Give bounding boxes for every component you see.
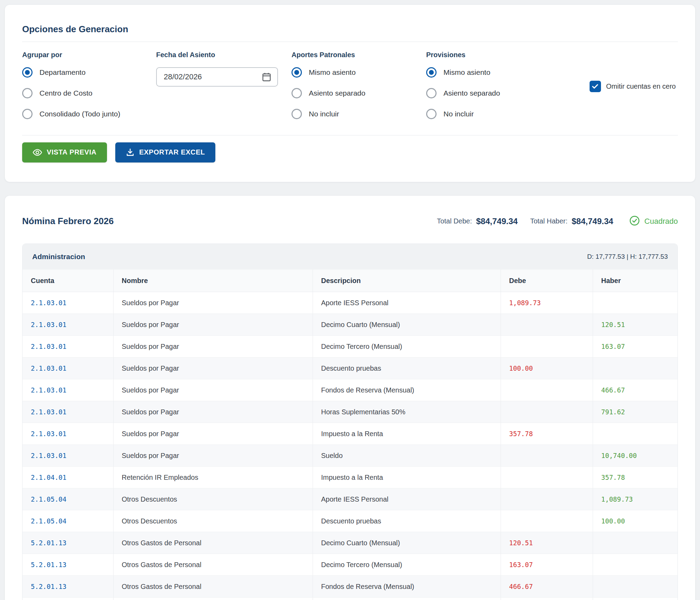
column-header-cuenta: Cuenta <box>23 270 113 292</box>
journal-head: Nómina Febrero 2026 Total Debe: $84,749.… <box>22 215 678 228</box>
title-divider <box>22 42 678 42</box>
table-row: 2.1.04.01 Retención IR Empleados Impuest… <box>23 467 677 488</box>
cell-nombre: Sueldos por Pagar <box>113 423 313 445</box>
calendar-icon[interactable] <box>261 72 272 82</box>
table-row: 5.2.01.13 Otros Gastos de Personal Decim… <box>23 532 677 554</box>
total-debe-value: $84,749.34 <box>476 217 518 226</box>
cell-nombre: Sueldos por Pagar <box>113 292 313 314</box>
total-haber-value: $84,749.34 <box>572 217 613 226</box>
balanced-badge: Cuadrado <box>629 215 678 228</box>
cell-nombre: Otros Gastos de Personal <box>113 598 313 600</box>
cell-debe: 791.62 <box>501 598 593 600</box>
cell-haber: 10,740.00 <box>593 445 677 467</box>
cell-debe <box>501 379 593 401</box>
radio-option[interactable]: Departamento <box>22 67 156 78</box>
download-icon <box>126 148 135 157</box>
journal-totals: Total Debe: $84,749.34 Total Haber: $84,… <box>437 215 678 228</box>
radio-icon[interactable] <box>22 67 33 78</box>
cell-haber: 100.00 <box>593 510 677 532</box>
cell-nombre: Otros Gastos de Personal <box>113 554 313 576</box>
cell-debe: 1,089.73 <box>501 292 593 314</box>
actions-row: VISTA PREVIA EXPORTAR EXCEL <box>22 142 678 162</box>
radio-option[interactable]: Asiento separado <box>426 88 540 98</box>
group-by-label: Agrupar por <box>22 51 156 59</box>
cell-cuenta: 2.1.03.01 <box>23 292 113 314</box>
column-header-descripcion: Descripcion <box>313 270 501 292</box>
radio-icon[interactable] <box>426 109 437 119</box>
radio-option-label: Departamento <box>39 68 86 77</box>
group-name: Administracion <box>32 253 85 261</box>
department-group: Administracion D: 17,777.53 | H: 17,777.… <box>22 244 678 600</box>
cell-haber: 791.62 <box>593 401 677 423</box>
radio-option[interactable]: Asiento separado <box>291 88 426 98</box>
cell-debe <box>501 336 593 358</box>
fecha-asiento-value: 28/02/2026 <box>164 72 202 81</box>
radio-option-label: No incluir <box>309 110 339 118</box>
cell-cuenta: 2.1.03.01 <box>23 445 113 467</box>
fecha-asiento-input[interactable]: 28/02/2026 <box>156 67 278 87</box>
radio-option[interactable]: No incluir <box>426 109 540 119</box>
radio-option-label: No incluir <box>443 110 474 118</box>
column-header-nombre: Nombre <box>113 270 313 292</box>
group-totals: D: 17,777.53 | H: 17,777.53 <box>587 253 668 261</box>
cell-descripcion: Horas Suplementarias 50% <box>313 401 501 423</box>
cell-haber: 357.78 <box>593 467 677 488</box>
radio-option[interactable]: Mismo asiento <box>291 67 426 78</box>
cell-cuenta: 2.1.03.01 <box>23 379 113 401</box>
table-row: 2.1.03.01 Sueldos por Pagar Horas Suplem… <box>23 401 677 423</box>
aportes-patronales-field: Aportes Patronales Mismo asiento Asiento… <box>291 51 426 119</box>
provisiones-field: Provisiones Mismo asiento Asiento separa… <box>426 51 540 119</box>
radio-icon[interactable] <box>22 88 33 98</box>
radio-icon[interactable] <box>22 109 33 119</box>
cell-haber: 120.51 <box>593 314 677 336</box>
exportar-excel-button[interactable]: EXPORTAR EXCEL <box>115 142 215 162</box>
cell-nombre: Sueldos por Pagar <box>113 445 313 467</box>
radio-option-label: Asiento separado <box>309 89 365 97</box>
cell-cuenta: 2.1.03.01 <box>23 401 113 423</box>
total-haber-label: Total Haber: <box>530 217 567 225</box>
cell-haber <box>593 423 677 445</box>
cell-debe: 466.67 <box>501 576 593 598</box>
table-row: 2.1.03.01 Sueldos por Pagar Decimo Cuart… <box>23 314 677 336</box>
journal-table-header: Cuenta Nombre Descripcion Debe Haber <box>23 270 677 292</box>
radio-option[interactable]: Consolidado (Todo junto) <box>22 109 156 119</box>
cell-descripcion: Decimo Tercero (Mensual) <box>313 336 501 358</box>
radio-icon[interactable] <box>426 67 437 78</box>
table-row: 2.1.03.01 Sueldos por Pagar Sueldo 10,74… <box>23 445 677 467</box>
cell-cuenta: 5.2.01.13 <box>23 576 113 598</box>
table-row: 2.1.03.01 Sueldos por Pagar Decimo Terce… <box>23 336 677 358</box>
radio-option-label: Centro de Costo <box>39 89 92 97</box>
cell-descripcion: Aporte IESS Personal <box>313 292 501 314</box>
table-row: 2.1.03.01 Sueldos por Pagar Aporte IESS … <box>23 292 677 314</box>
generation-options-card: Opciones de Generacion Agrupar por Depar… <box>5 5 695 182</box>
omit-zero-label: Omitir cuentas en cero <box>606 82 676 90</box>
cell-nombre: Sueldos por Pagar <box>113 401 313 423</box>
cell-haber <box>593 358 677 379</box>
cell-nombre: Sueldos por Pagar <box>113 379 313 401</box>
actions-divider <box>22 135 678 135</box>
cell-cuenta: 2.1.04.01 <box>23 467 113 488</box>
cell-nombre: Otros Descuentos <box>113 488 313 510</box>
group-by-field: Agrupar por Departamento Centro de Costo… <box>22 51 156 119</box>
omit-zero-checkbox[interactable] <box>590 81 601 92</box>
options-card-title: Opciones de Generacion <box>22 24 678 35</box>
cell-cuenta: 2.1.05.04 <box>23 488 113 510</box>
cell-descripcion: Decimo Tercero (Mensual) <box>313 554 501 576</box>
table-row: 5.2.01.13 Otros Gastos de Personal Fondo… <box>23 576 677 598</box>
radio-icon[interactable] <box>291 88 302 98</box>
cell-descripcion: Fondos de Reserva (Mensual) <box>313 379 501 401</box>
radio-icon[interactable] <box>291 109 302 119</box>
radio-icon[interactable] <box>426 88 437 98</box>
radio-option[interactable]: No incluir <box>291 109 426 119</box>
radio-option[interactable]: Centro de Costo <box>22 88 156 98</box>
cell-debe: 357.78 <box>501 423 593 445</box>
omit-zero-row[interactable]: Omitir cuentas en cero <box>590 81 676 92</box>
radio-option[interactable]: Mismo asiento <box>426 67 540 78</box>
cell-debe: 163.07 <box>501 554 593 576</box>
vista-previa-button[interactable]: VISTA PREVIA <box>22 142 107 162</box>
cell-haber: 163.07 <box>593 336 677 358</box>
group-by-options: Departamento Centro de Costo Consolidado… <box>22 67 156 119</box>
radio-icon[interactable] <box>291 67 302 78</box>
table-row: 2.1.03.01 Sueldos por Pagar Impuesto a l… <box>23 423 677 445</box>
radio-option-label: Asiento separado <box>443 89 500 97</box>
